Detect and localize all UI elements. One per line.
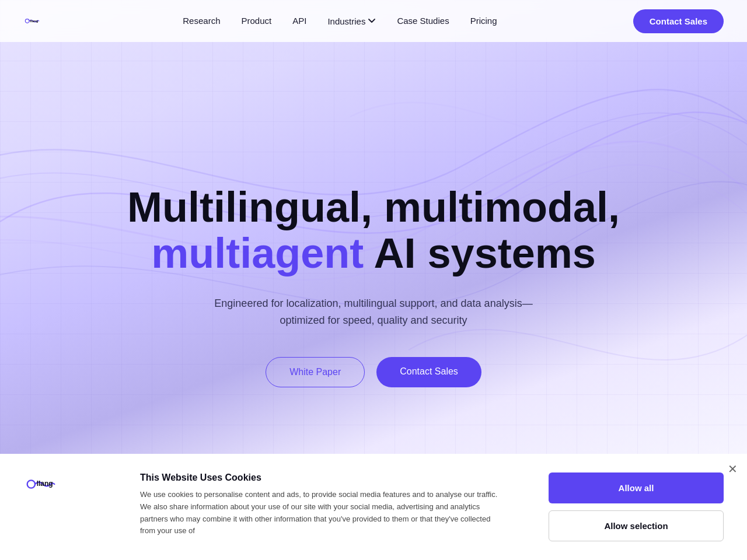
svg-point-0 — [25, 19, 29, 23]
nav-item-api[interactable]: API — [292, 16, 306, 26]
nav-contact-sales-button[interactable]: Contact Sales — [633, 9, 724, 33]
white-paper-button[interactable]: White Paper — [266, 357, 365, 387]
cookie-logo: llang — [23, 473, 70, 496]
cookie-body: We use cookies to personalise content an… — [140, 489, 502, 537]
cookie-title: This Website Uses Cookies — [140, 473, 502, 483]
nav-item-pricing[interactable]: Pricing — [470, 16, 497, 26]
nav-logo[interactable]: llang — [23, 9, 47, 33]
cookie-close-button[interactable]: ✕ — [728, 463, 738, 475]
nav-item-industries[interactable]: Industries — [327, 16, 376, 26]
nav-item-case-studies[interactable]: Case Studies — [397, 16, 449, 26]
nav-item-research[interactable]: Research — [183, 16, 220, 26]
hero-title: Multilingual, multimodal, multiagent AI … — [127, 184, 620, 276]
cookie-banner: llang This Website Uses Cookies We use c… — [0, 454, 747, 560]
allow-all-button[interactable]: Allow all — [549, 473, 724, 503]
allow-selection-button[interactable]: Allow selection — [549, 510, 724, 541]
cookie-actions: Allow all Allow selection — [549, 473, 724, 541]
svg-text:llang: llang — [37, 480, 53, 488]
hero-subtitle: Engineered for localization, multilingua… — [193, 295, 554, 329]
svg-point-2 — [27, 480, 35, 488]
hero-content: Multilingual, multimodal, multiagent AI … — [127, 184, 620, 387]
cookie-text-area: This Website Uses Cookies We use cookies… — [140, 473, 502, 537]
chevron-down-icon — [368, 17, 376, 25]
svg-text:llang: llang — [30, 19, 38, 23]
navbar: llang Research Product API Industries Ca… — [0, 0, 747, 42]
cookie-logo-area: llang — [23, 473, 93, 496]
contact-sales-button[interactable]: Contact Sales — [376, 357, 481, 387]
cookie-overlay: llang This Website Uses Cookies We use c… — [0, 454, 747, 560]
hero-buttons: White Paper Contact Sales — [127, 357, 620, 387]
nav-links: Research Product API Industries Case Stu… — [183, 16, 497, 26]
nav-item-product[interactable]: Product — [241, 16, 271, 26]
